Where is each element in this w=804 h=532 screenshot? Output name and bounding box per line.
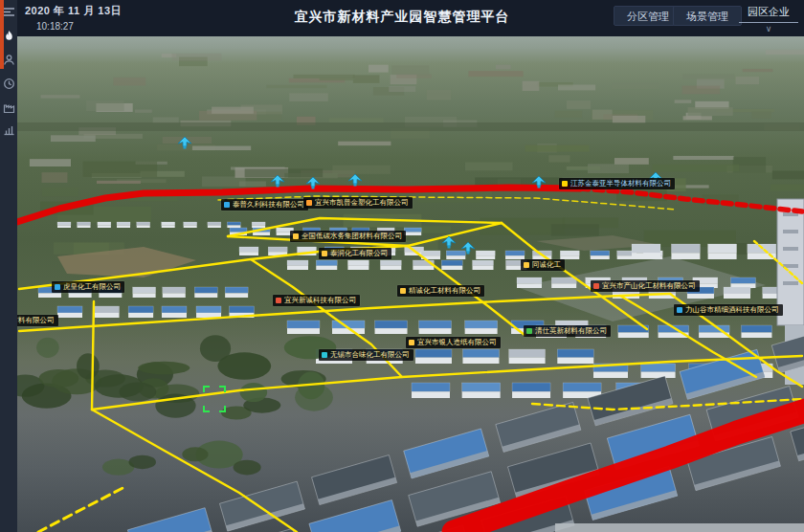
company-name: 虎皇化工有限公司 <box>63 283 121 291</box>
company-label[interactable]: 力山谷市精细酒科技有限公司 <box>674 304 783 316</box>
menu-icon[interactable] <box>3 6 15 18</box>
park-enterprise-dropdown[interactable]: 园区企业 ∨ <box>739 3 798 33</box>
chevron-down-icon: ∨ <box>739 25 798 33</box>
company-marker-icon <box>593 283 599 289</box>
company-marker-icon <box>400 288 406 294</box>
company-label[interactable]: 江苏金泰亚半导体材料有限公司 <box>559 178 675 189</box>
company-marker-icon <box>562 181 568 187</box>
company-label[interactable]: 无锡市合味化工有限公司 <box>319 349 413 361</box>
company-marker-icon <box>55 284 60 290</box>
company-marker-icon <box>306 200 312 206</box>
company-name: 无锡市合味化工有限公司 <box>330 351 410 359</box>
company-label[interactable]: 虎皇化工有限公司 <box>52 281 124 293</box>
company-marker-icon <box>322 251 327 256</box>
company-label[interactable]: 宜兴新诚科技有限公司 <box>273 295 360 306</box>
company-marker-icon <box>293 233 299 239</box>
company-name: 江苏金泰亚半导体材料有限公司 <box>570 180 671 188</box>
company-label[interactable]: 泰普久利科技有限公司 <box>221 199 308 211</box>
company-name: 同诚化工 <box>532 261 561 269</box>
company-marker-icon <box>224 202 230 208</box>
company-name: 宜兴新诚科技有限公司 <box>284 297 356 304</box>
company-marker-icon <box>526 328 532 334</box>
company-marker-icon <box>677 307 682 313</box>
company-marker-icon <box>524 262 529 268</box>
company-name: 宜兴市凯普金塑化工有限公司 <box>315 199 409 207</box>
company-label[interactable]: 泰润化工有限公司 <box>319 248 391 259</box>
app-window: 泰普久利科技有限公司宜兴市凯普金塑化工有限公司全国低碳水务集团材料有限公司泰润化… <box>0 0 804 532</box>
company-name: 泰润化工有限公司 <box>330 250 388 257</box>
bar-chart-icon[interactable] <box>3 123 15 136</box>
company-name: 清仕英新材料有限公司 <box>535 327 607 335</box>
company-marker-icon <box>409 340 414 345</box>
company-name: 宜兴市产山化工材料有限公司 <box>602 282 696 290</box>
park-enterprise-label: 园区企业 <box>739 3 798 23</box>
scene-management-button[interactable]: 场景管理 <box>673 6 742 26</box>
company-label[interactable]: 清仕英新材料有限公司 <box>524 325 611 337</box>
company-label[interactable]: 全国低碳水务集团材料有限公司 <box>290 231 406 242</box>
company-label[interactable]: 宜兴市产山化工材料有限公司 <box>591 280 700 292</box>
left-toolbar <box>0 0 17 532</box>
company-name: 力山谷市精细酒科技有限公司 <box>685 306 779 314</box>
company-label[interactable]: 同诚化工 <box>521 259 565 271</box>
company-name: 全国低碳水务集团材料有限公司 <box>302 233 402 240</box>
company-name: 泰普久利科技有限公司 <box>233 201 304 209</box>
fire-icon[interactable] <box>3 30 15 42</box>
company-marker-icon <box>276 298 281 303</box>
company-label[interactable]: 宜兴市凯普金塑化工有限公司 <box>303 197 413 209</box>
company-label[interactable]: 精诚化工材料有限公司 <box>397 285 484 297</box>
top-header-bar: 2020 年 11 月 13日 10:18:27 宜兴市新材料产业园智慧管理平台… <box>0 0 804 36</box>
company-marker-icon <box>322 352 327 358</box>
factory-icon[interactable] <box>3 101 15 114</box>
company-label[interactable]: 宜兴市银人造纸有限公司 <box>406 337 501 348</box>
company-name: 精诚化工材料有限公司 <box>409 287 480 295</box>
user-icon[interactable] <box>3 54 15 66</box>
history-icon[interactable] <box>3 78 15 90</box>
company-name: 宜兴市银人造纸有限公司 <box>417 339 497 346</box>
